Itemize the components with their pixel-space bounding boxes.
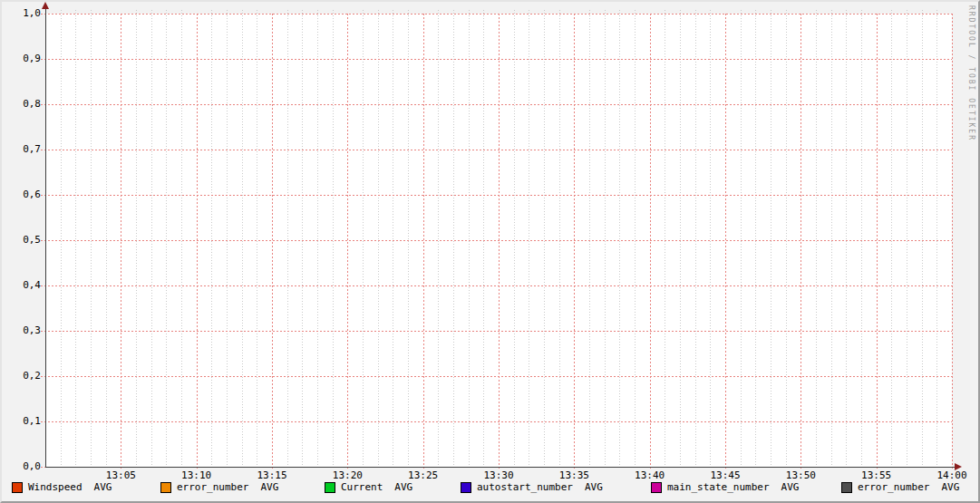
y-axis-arrow-icon xyxy=(42,2,49,9)
legend-item: autostart_numberAVG xyxy=(461,481,603,494)
y-tick-label: 0,8 xyxy=(0,98,41,111)
y-tick-label: 0,1 xyxy=(0,415,41,428)
x-tick-label: 13:40 xyxy=(620,469,680,482)
x-tick-label: 13:55 xyxy=(847,469,907,482)
legend-series-name: error_number xyxy=(858,481,929,494)
legend-swatch-icon xyxy=(461,482,471,493)
legend-series-name: error_number xyxy=(177,481,248,494)
legend-swatch-icon xyxy=(651,482,662,493)
y-tick-label: 0,7 xyxy=(0,143,41,156)
legend-swatch-icon xyxy=(841,482,852,493)
y-tick-label: 0,3 xyxy=(0,324,41,337)
y-axis-line xyxy=(45,6,46,468)
legend-series-name: main_state_number xyxy=(667,481,770,494)
legend-item: error_numberAVG xyxy=(160,481,278,494)
x-tick-label: 13:20 xyxy=(317,469,377,482)
y-tick-label: 1,0 xyxy=(0,7,41,20)
y-tick-label: 0,6 xyxy=(0,189,41,201)
x-tick-label: 13:45 xyxy=(695,469,755,482)
legend-item: WindspeedAVG xyxy=(12,481,112,494)
legend-item: error_numberAVG xyxy=(841,481,959,494)
x-tick-label: 13:35 xyxy=(544,469,604,482)
x-tick-label: 13:25 xyxy=(393,469,453,482)
x-tick-label: 14:00 xyxy=(922,469,980,482)
y-tick-label: 0,4 xyxy=(0,279,41,292)
x-tick-label: 13:05 xyxy=(91,469,150,482)
legend-series-stat: AVG xyxy=(941,481,959,494)
y-tick-label: 0,2 xyxy=(0,370,41,382)
legend-swatch-icon xyxy=(12,482,23,493)
legend-series-stat: AVG xyxy=(781,481,800,494)
grid-lines xyxy=(45,14,952,467)
x-tick-label: 13:50 xyxy=(771,469,830,482)
legend-item: CurrentAVG xyxy=(325,481,412,494)
legend-series-stat: AVG xyxy=(394,481,412,494)
legend-series-stat: AVG xyxy=(94,481,112,494)
legend-series-stat: AVG xyxy=(260,481,278,494)
legend-series-stat: AVG xyxy=(585,481,603,494)
y-tick-label: 0,5 xyxy=(0,234,41,247)
legend-series-name: Windspeed xyxy=(28,481,82,494)
x-axis-line xyxy=(45,467,956,468)
legend-swatch-icon xyxy=(160,482,171,493)
legend-series-name: Current xyxy=(341,481,383,494)
legend-series-name: autostart_number xyxy=(477,481,573,494)
rrdtool-graph: 1,00,90,80,70,60,50,40,30,20,10,0 13:051… xyxy=(0,0,980,503)
y-tick-label: 0,9 xyxy=(0,53,41,65)
plot-area xyxy=(45,14,952,467)
y-tick-label: 0,0 xyxy=(0,460,41,473)
legend-item: main_state_numberAVG xyxy=(651,481,799,494)
x-tick-label: 13:10 xyxy=(167,469,227,482)
watermark: RRDTOOL / TOBI OETIKER xyxy=(967,5,975,141)
x-tick-label: 13:15 xyxy=(242,469,302,482)
x-tick-label: 13:30 xyxy=(469,469,529,482)
legend-swatch-icon xyxy=(325,482,335,493)
